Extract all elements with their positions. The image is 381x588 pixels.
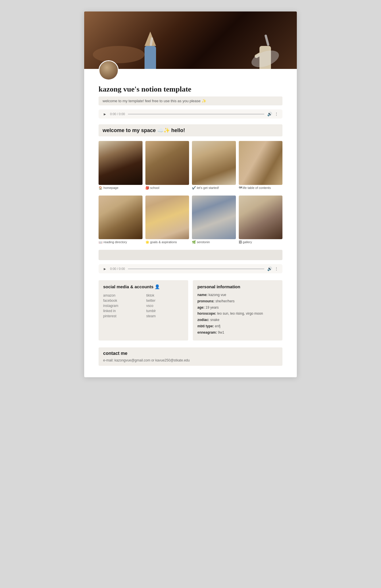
- gallery-thumb-started: [192, 141, 236, 185]
- main-content: kazong vue's notion template welcome to …: [84, 85, 297, 377]
- audio-controls-2: 🔊 ⋮: [267, 266, 278, 271]
- thumbnail-map: [239, 141, 283, 185]
- volume-icon-2[interactable]: 🔊: [267, 266, 272, 271]
- welcome-heading-text: welcome to my space ☁️✨ hello!: [103, 127, 185, 133]
- gallery-thumb-school: [145, 141, 189, 185]
- thumbnail-books: [192, 141, 236, 185]
- personal-mbti: mbti type: enfj: [197, 324, 278, 329]
- social-col1: amazon facebook instagram linked in pint…: [103, 293, 141, 319]
- personal-name: name: kazong vue: [197, 293, 278, 297]
- social-media-box: social media & accounts 👤 amazon faceboo…: [99, 280, 188, 341]
- thumbnail-statue: [239, 196, 283, 239]
- gallery-item-goals[interactable]: 🌟 goals & aspirations: [145, 196, 189, 244]
- audio-controls-1: 🔊 ⋮: [267, 112, 278, 116]
- gallery-item-school[interactable]: 🎒 school: [145, 141, 189, 190]
- volume-icon-1[interactable]: 🔊: [267, 112, 272, 116]
- avatar-section: [84, 60, 297, 80]
- personal-info-box: personal information name: kazong vue pr…: [193, 280, 282, 341]
- social-item-tumblr[interactable]: tumblr: [146, 308, 184, 314]
- social-grid: amazon facebook instagram linked in pint…: [103, 293, 184, 319]
- gallery-label-started: ✔️ let's get started!: [192, 186, 236, 190]
- gallery-thumb-toc: [239, 141, 283, 185]
- gallery-thumb-homepage: [99, 141, 143, 185]
- gallery-thumb-goals: [145, 196, 189, 239]
- audio-progress-bar-2[interactable]: [128, 268, 264, 269]
- welcome-text: welcome to my template! feel free to use…: [103, 99, 206, 103]
- gallery-item-toc[interactable]: 🗺 life table of contents: [239, 141, 283, 190]
- welcome-section-heading: welcome to my space ☁️✨ hello!: [99, 124, 282, 136]
- info-section: social media & accounts 👤 amazon faceboo…: [99, 280, 282, 341]
- gallery-grid-row2: 📖 reading directory 🌟 goals & aspiration…: [99, 196, 282, 244]
- gallery-thumb-serotonin: [192, 196, 236, 239]
- gallery-label-toc: 🗺 life table of contents: [239, 186, 283, 189]
- contact-email: e-mail: kazongvue@gmail.com or kavue250@…: [103, 358, 278, 362]
- social-col2: tiktok twitter vsco tumblr steam: [146, 293, 184, 319]
- audio-player-1[interactable]: 0:00 / 0:00 🔊 ⋮: [99, 109, 282, 119]
- gallery-label-school: 🎒 school: [145, 186, 189, 190]
- social-item-vsco[interactable]: vsco: [146, 303, 184, 308]
- audio-progress-bar-1[interactable]: [128, 114, 264, 115]
- gallery-label-gallery: 🖼 gallery: [239, 240, 283, 244]
- gallery-label-goals: 🌟 goals & aspirations: [145, 240, 189, 244]
- play-button-2[interactable]: [103, 266, 107, 271]
- social-item-pinterest[interactable]: pinterest: [103, 314, 141, 319]
- more-icon-1[interactable]: ⋮: [274, 112, 278, 116]
- contact-title: contact me: [103, 351, 278, 356]
- social-item-linkedin[interactable]: linked in: [103, 308, 141, 314]
- gallery-item-gallery[interactable]: 🖼 gallery: [239, 196, 283, 244]
- personal-pronouns: pronouns: she/her/hers: [197, 299, 278, 304]
- thumbnail-girl: [99, 141, 143, 185]
- social-media-title: social media & accounts 👤: [103, 284, 184, 289]
- social-item-instagram[interactable]: instagram: [103, 303, 141, 308]
- avatar: [99, 60, 119, 80]
- page-container: kazong vue's notion template welcome to …: [84, 11, 297, 377]
- personal-enneagram: enneagram: 9w1: [197, 330, 278, 335]
- social-item-amazon[interactable]: amazon: [103, 293, 141, 298]
- gallery-grid-row1: 🏠 homepage 🎒 school ✔️ let's get started…: [99, 141, 282, 190]
- gallery-item-started[interactable]: ✔️ let's get started!: [192, 141, 236, 190]
- audio-time-2: 0:00 / 0:00: [110, 267, 125, 270]
- gallery-label-serotonin: 🌿 serotonin: [192, 240, 236, 244]
- thumbnail-clouds: [145, 196, 189, 239]
- social-item-twitter[interactable]: twitter: [146, 298, 184, 303]
- play-button-1[interactable]: [103, 112, 107, 116]
- thumbnail-piano: [99, 196, 143, 239]
- welcome-banner: welcome to my template! feel free to use…: [99, 96, 282, 105]
- thumbnail-desk: [145, 141, 189, 185]
- gallery-item-reading[interactable]: 📖 reading directory: [99, 196, 143, 244]
- gallery-thumb-gallery: [239, 196, 283, 239]
- section-divider: [99, 250, 282, 260]
- social-item-steam[interactable]: steam: [146, 314, 184, 319]
- avatar-image: [99, 61, 118, 80]
- gallery-thumb-reading: [99, 196, 143, 239]
- gallery-label-reading: 📖 reading directory: [99, 240, 143, 244]
- page-title: kazong vue's notion template: [99, 85, 282, 94]
- personal-info-title: personal information: [197, 284, 278, 289]
- gallery-item-homepage[interactable]: 🏠 homepage: [99, 141, 143, 190]
- audio-time-1: 0:00 / 0:00: [110, 112, 125, 116]
- social-item-facebook[interactable]: facebook: [103, 298, 141, 303]
- social-item-tiktok[interactable]: tiktok: [146, 293, 184, 298]
- thumbnail-columns: [192, 196, 236, 239]
- more-icon-2[interactable]: ⋮: [274, 266, 278, 271]
- audio-player-2[interactable]: 0:00 / 0:00 🔊 ⋮: [99, 264, 282, 273]
- gallery-item-serotonin[interactable]: 🌿 serotonin: [192, 196, 236, 244]
- personal-zodiac: zodiac: snake: [197, 318, 278, 322]
- gallery-label-homepage: 🏠 homepage: [99, 186, 143, 190]
- personal-age: age: 19 years: [197, 305, 278, 310]
- contact-section: contact me e-mail: kazongvue@gmail.com o…: [99, 347, 282, 366]
- personal-horoscope: horoscope: leo sun, leo rising, virgo mo…: [197, 311, 278, 316]
